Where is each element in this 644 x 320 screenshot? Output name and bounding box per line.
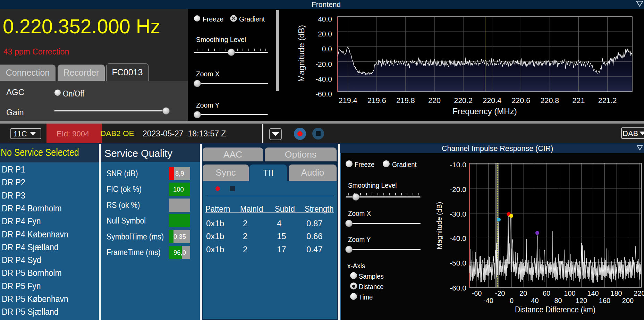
svg-text:-20.0: -20.0 [315, 60, 332, 68]
svg-text:-40.0: -40.0 [450, 234, 466, 242]
svg-text:40: 40 [531, 297, 539, 304]
svg-text:220: 220 [428, 96, 441, 105]
svg-text:100: 100 [564, 289, 575, 297]
svg-text:40.0: 40.0 [318, 15, 332, 23]
svg-text:221.2: 221.2 [598, 96, 617, 105]
svg-text:220.4: 220.4 [483, 96, 501, 105]
svg-text:220: 220 [634, 289, 644, 297]
svg-text:221: 221 [573, 96, 585, 105]
svg-text:-20.0: -20.0 [450, 185, 466, 193]
svg-text:120: 120 [576, 297, 587, 304]
svg-text:60: 60 [543, 289, 550, 297]
svg-text:219.6: 219.6 [367, 96, 386, 105]
svg-text:Magnitude (dB): Magnitude (dB) [297, 25, 306, 82]
svg-text:-50.0: -50.0 [450, 259, 466, 267]
svg-text:200: 200 [622, 297, 634, 304]
svg-text:219.4: 219.4 [339, 96, 357, 105]
svg-text:-10.0: -10.0 [450, 161, 466, 169]
svg-text:20.0: 20.0 [318, 30, 332, 38]
svg-text:Distance Difference (km): Distance Difference (km) [515, 305, 595, 314]
svg-text:20: 20 [519, 289, 527, 297]
svg-text:-60.0: -60.0 [450, 284, 466, 292]
svg-text:220.6: 220.6 [511, 96, 530, 105]
svg-text:140: 140 [587, 289, 599, 297]
svg-text:80: 80 [554, 297, 562, 304]
svg-text:219.8: 219.8 [396, 96, 415, 105]
svg-text:-60: -60 [472, 289, 482, 297]
svg-text:180: 180 [610, 289, 622, 297]
svg-text:-60.0: -60.0 [315, 90, 332, 98]
svg-text:0.0: 0.0 [322, 45, 332, 53]
svg-text:-30.0: -30.0 [450, 210, 466, 218]
svg-text:220.2: 220.2 [454, 96, 473, 105]
svg-text:Frequency (MHz): Frequency (MHz) [452, 107, 517, 116]
svg-text:160: 160 [599, 297, 610, 304]
svg-text:-40.0: -40.0 [315, 75, 332, 83]
svg-text:-20: -20 [495, 289, 505, 297]
svg-text:220.8: 220.8 [540, 96, 559, 105]
svg-text:-40: -40 [483, 297, 493, 304]
svg-text:0: 0 [510, 297, 514, 304]
svg-text:Magnitude (dB): Magnitude (dB) [435, 202, 443, 250]
